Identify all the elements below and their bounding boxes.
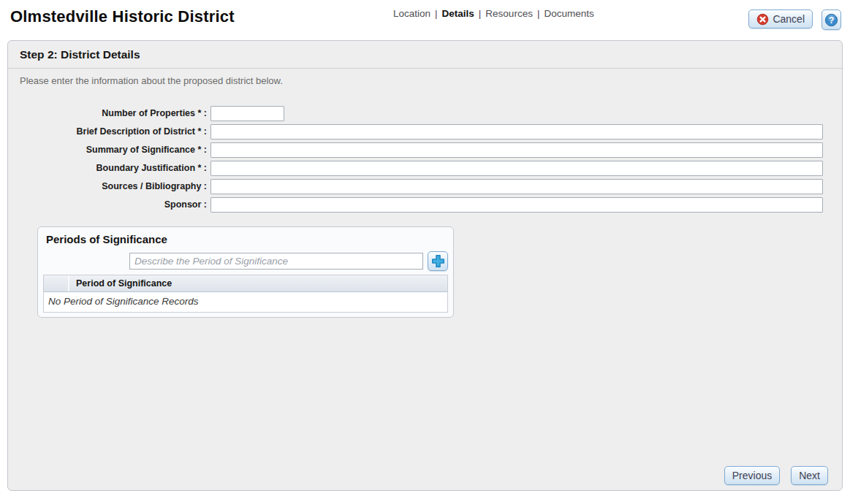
page: Olmstedville Historic District Location|… [0, 0, 850, 504]
nav-separator: | [537, 8, 540, 19]
form-row: Sources / Bibliography : [8, 178, 842, 194]
sponsor-label: Sponsor : [8, 199, 210, 210]
nav-item-documents[interactable]: Documents [544, 8, 593, 19]
periods-of-significance-box: Periods of Significance Period of Signif… [37, 226, 454, 318]
nav-separator: | [479, 8, 482, 19]
header-buttons: Cancel ? [748, 9, 841, 30]
periods-table-header-empty-cell [44, 275, 69, 291]
form-row: Boundary Justification * : [8, 160, 842, 176]
header: Olmstedville Historic District Location|… [0, 0, 850, 40]
periods-table: Period of Significance No Period of Sign… [43, 275, 448, 313]
svg-text:?: ? [829, 15, 834, 25]
sponsor-input[interactable] [210, 197, 823, 213]
brief-description-input[interactable] [210, 124, 823, 140]
periods-table-empty-row: No Period of Significance Records [44, 292, 447, 312]
cancel-button[interactable]: Cancel [748, 9, 813, 28]
periods-table-header: Period of Significance [44, 275, 447, 292]
number-of-properties-label: Number of Properties * : [8, 108, 210, 118]
district-details-form: Number of Properties * : Brief Descripti… [8, 105, 842, 213]
step-nav: Location|Details|Resources|Documents [393, 8, 594, 19]
step-title: Step 2: District Details [8, 41, 842, 68]
red-x-circle-icon [756, 13, 769, 26]
help-button[interactable]: ? [821, 9, 841, 30]
next-button[interactable]: Next [791, 466, 828, 485]
period-description-input[interactable] [129, 253, 423, 270]
nav-item-resources[interactable]: Resources [485, 8, 533, 19]
plus-icon [431, 254, 445, 268]
periods-of-significance-title: Periods of Significance [46, 233, 448, 245]
nav-separator: | [435, 8, 438, 19]
question-mark-circle-icon: ? [824, 13, 838, 27]
instructions-text: Please enter the information about the p… [8, 69, 842, 86]
summary-of-significance-input[interactable] [210, 142, 823, 158]
nav-item-location[interactable]: Location [393, 8, 430, 19]
number-of-properties-input[interactable] [210, 106, 284, 121]
brief-description-label: Brief Description of District * : [8, 126, 210, 137]
periods-table-header-period-cell: Period of Significance [69, 278, 172, 289]
form-row: Brief Description of District * : [8, 123, 842, 140]
previous-button[interactable]: Previous [724, 466, 780, 485]
sources-bibliography-input[interactable] [210, 179, 823, 194]
form-row: Sponsor : [8, 196, 842, 213]
add-period-row [43, 251, 448, 271]
footer-buttons: Previous Next [724, 466, 828, 485]
boundary-justification-input[interactable] [210, 161, 823, 176]
add-period-button[interactable] [428, 251, 448, 271]
page-title: Olmstedville Historic District [10, 7, 235, 26]
boundary-justification-label: Boundary Justification * : [8, 163, 210, 173]
form-row: Summary of Significance * : [8, 142, 842, 158]
district-details-panel: Step 2: District Details Please enter th… [7, 40, 843, 491]
nav-item-details[interactable]: Details [442, 8, 474, 19]
form-row: Number of Properties * : [8, 105, 842, 121]
sources-bibliography-label: Sources / Bibliography : [8, 181, 210, 191]
summary-of-significance-label: Summary of Significance * : [8, 145, 210, 155]
cancel-button-label: Cancel [773, 13, 805, 25]
